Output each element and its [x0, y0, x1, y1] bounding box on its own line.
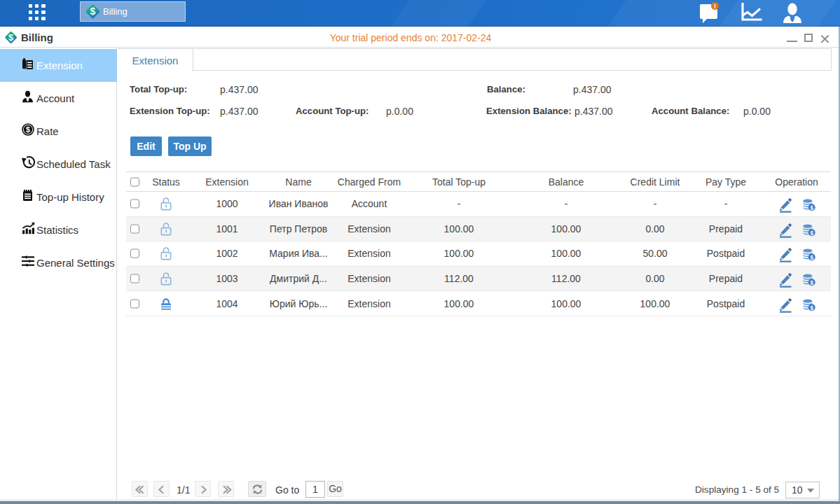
- svg-text:$: $: [810, 205, 813, 211]
- svg-text:$: $: [810, 230, 813, 236]
- svg-text:$: $: [810, 255, 813, 261]
- svg-text:$: $: [810, 280, 813, 286]
- svg-text:$: $: [26, 125, 30, 134]
- svg-text:!: !: [714, 3, 716, 10]
- svg-text:$: $: [810, 304, 813, 311]
